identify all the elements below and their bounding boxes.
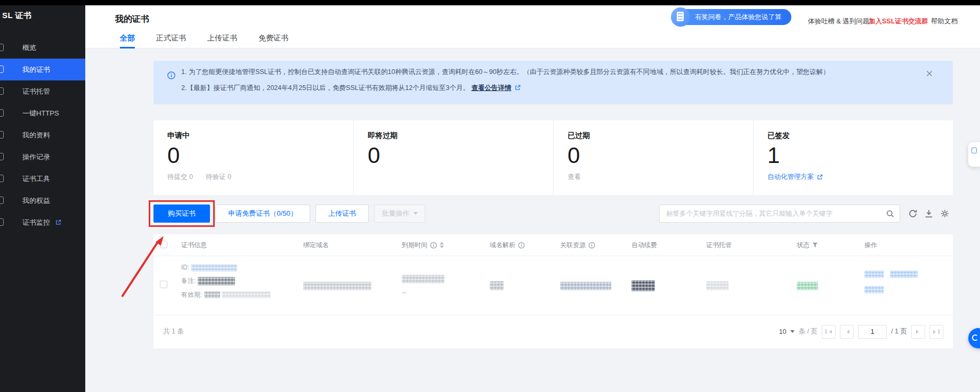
external-link-icon	[55, 219, 61, 225]
total-pages: / 1 页	[891, 327, 907, 336]
status-badge	[797, 282, 818, 290]
upload-certificate-button[interactable]: 上传证书	[315, 205, 369, 223]
ssl-console-page: SL 证书 概览 我的证书 证书托管 一键HTTPS 我的资料 操作记录 证书工…	[0, 0, 980, 392]
apply-free-certificate-button[interactable]: 申请免费证书（0/50）	[215, 205, 310, 223]
search-input[interactable]	[665, 206, 876, 222]
feedback-float-icon	[971, 148, 977, 153]
sidebar-item-overview[interactable]: 概览	[0, 37, 85, 59]
stat-value: 0	[368, 144, 553, 167]
column-header-hosting: 证书托管	[706, 241, 732, 250]
row-checkbox[interactable]	[160, 281, 167, 288]
sort-icon[interactable]	[440, 240, 444, 250]
column-header-auto-renew: 自动续费	[631, 241, 657, 250]
redacted-resource	[560, 282, 611, 290]
column-header-cert-info: 证书信息	[181, 241, 207, 250]
search-icon[interactable]	[886, 210, 894, 218]
sidebar-item-cert-monitor[interactable]: 证书监控	[0, 211, 85, 233]
table-row: ID: 备注: 有效期:	[153, 256, 953, 315]
survey-icon	[671, 7, 690, 27]
tab-uploaded-certs[interactable]: 上传证书	[207, 34, 237, 48]
batch-operation-button[interactable]: 批量操作	[374, 205, 425, 223]
redacted-dns-status	[490, 281, 504, 290]
info-icon[interactable]	[430, 242, 437, 249]
stat-sub-pending-verify: 待验证 0	[206, 173, 231, 182]
redacted-validity-range	[222, 291, 271, 298]
page-number-input[interactable]	[858, 325, 887, 339]
help-float-button[interactable]	[968, 328, 980, 348]
filter-icon[interactable]	[812, 242, 818, 248]
notice-line-2: 2.【最新】接证书厂商通知，2024年4月25日以后，免费SSL证书有效期将从1…	[181, 84, 521, 93]
redacted-action-link[interactable]	[864, 286, 884, 293]
stat-value: 0	[167, 144, 353, 167]
stat-value: 1	[767, 144, 953, 167]
info-icon[interactable]	[588, 242, 595, 249]
join-group-link[interactable]: 加入SSL证书交流群	[869, 17, 928, 26]
page-size-value: 10	[779, 328, 787, 336]
tab-paid-certs[interactable]: 正式证书	[156, 34, 186, 48]
redacted-action-link[interactable]	[864, 271, 884, 278]
page-size-select[interactable]: 10	[779, 328, 795, 336]
tab-all[interactable]: 全部	[120, 34, 135, 48]
automation-plan-link[interactable]: 自动化管理方案	[767, 173, 823, 182]
sidebar-item-operation-log[interactable]: 操作记录	[0, 146, 85, 168]
sidebar-item-label: 概览	[22, 44, 36, 52]
sidebar-item-my-profile[interactable]: 我的资料	[0, 124, 85, 146]
sidebar-item-label: 我的证书	[22, 66, 50, 74]
stat-card-issued: 已签发 1 自动化管理方案	[753, 120, 953, 195]
survey-banner-button[interactable]: 有奖问卷，产品体验您说了算	[673, 9, 791, 25]
sidebar-menu: 概览 我的证书 证书托管 一键HTTPS 我的资料 操作记录 证书工具 我的权益…	[0, 37, 85, 233]
gear-icon[interactable]	[941, 209, 949, 218]
log-icon	[0, 153, 4, 160]
stat-sub: 待提交 0 待验证 0	[167, 173, 231, 182]
top-black-strip	[0, 0, 980, 5]
hosting-icon	[0, 87, 4, 95]
download-icon[interactable]	[925, 209, 933, 218]
column-header-expiry: 到期时间	[402, 241, 427, 250]
announcement-link[interactable]: 查看公告详情	[472, 84, 512, 92]
prev-page-button[interactable]	[840, 325, 854, 339]
sidebar-item-one-click-https[interactable]: 一键HTTPS	[0, 102, 85, 124]
sidebar-item-label: 证书监控	[22, 218, 50, 226]
automation-plan-label: 自动化管理方案	[767, 173, 814, 182]
benefits-icon	[0, 197, 4, 204]
page-header: 我的证书 全部 正式证书 上传证书 免费证书 有奖问卷，产品体验您说了算 体验吐…	[85, 5, 980, 48]
select-all-checkbox[interactable]	[160, 241, 167, 248]
help-doc-link[interactable]: 帮助文档	[931, 17, 958, 26]
sidebar-item-label: 一键HTTPS	[22, 109, 59, 117]
sidebar-title: SL 证书	[2, 11, 32, 21]
view-expired-link[interactable]: 查看	[568, 173, 581, 182]
cert-id-label: ID:	[181, 264, 189, 271]
last-page-button[interactable]	[929, 325, 943, 339]
cert-remark-label: 备注:	[181, 277, 196, 284]
sidebar-item-label: 我的资料	[22, 131, 50, 139]
stat-card-expiring-soon: 即将过期 0	[353, 120, 553, 195]
tools-icon	[0, 175, 4, 182]
notice-line-2-text: 2.【最新】接证书厂商通知，2024年4月25日以后，免费SSL证书有效期将从1…	[181, 84, 469, 92]
cert-validity-label: 有效期:	[181, 291, 202, 298]
sidebar-item-my-certificates[interactable]: 我的证书	[0, 59, 85, 80]
stat-label: 即将过期	[368, 131, 553, 141]
certificate-table: 证书信息 绑定域名 到期时间 域名解析 关联资源 自动续费 证书托管 状态 操作	[153, 234, 953, 348]
sidebar-item-cert-hosting[interactable]: 证书托管	[0, 80, 85, 102]
sidebar-item-label: 证书托管	[22, 87, 50, 95]
stat-label: 已签发	[767, 131, 953, 141]
feedback-text: 体验吐槽 & 遇到问题?	[808, 17, 873, 26]
redacted-validity	[204, 291, 220, 298]
first-page-button[interactable]	[822, 325, 836, 339]
tab-free-certs[interactable]: 免费证书	[258, 34, 288, 48]
redacted-action-link[interactable]	[890, 271, 918, 278]
pagination-bar: 共 1 条 10 条 / 页 / 1 页	[153, 315, 953, 348]
sidebar-item-cert-tools[interactable]: 证书工具	[0, 168, 85, 190]
refresh-icon[interactable]	[909, 209, 917, 218]
stat-label: 已过期	[568, 131, 753, 141]
info-icon[interactable]	[518, 242, 525, 249]
next-page-button[interactable]	[911, 325, 925, 339]
sidebar-item-my-benefits[interactable]: 我的权益	[0, 190, 85, 211]
overview-icon	[0, 44, 4, 51]
redacted-expiry-extra	[402, 292, 407, 293]
feedback-float-tab[interactable]	[968, 142, 980, 167]
table-header-row: 证书信息 绑定域名 到期时间 域名解析 关联资源 自动续费 证书托管 状态 操作	[153, 234, 953, 256]
chevron-down-icon	[414, 212, 418, 217]
sidebar: SL 证书 概览 我的证书 证书托管 一键HTTPS 我的资料 操作记录 证书工…	[0, 5, 85, 392]
close-icon[interactable]	[926, 70, 933, 77]
